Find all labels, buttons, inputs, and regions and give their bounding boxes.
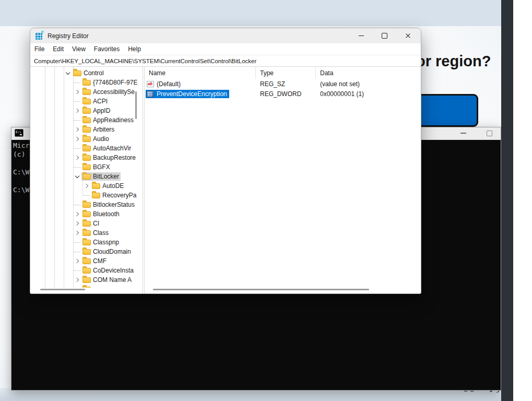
menu-item[interactable]: File xyxy=(30,45,49,53)
menu-item[interactable]: Help xyxy=(124,45,145,53)
tree-item[interactable]: Bluetooth xyxy=(30,209,143,219)
tree-item[interactable]: CMF xyxy=(30,256,143,266)
chevron-icon[interactable] xyxy=(74,256,81,266)
menu-item[interactable]: Favorites xyxy=(90,45,124,53)
maximize-button[interactable] xyxy=(373,28,396,43)
menu-bar: File Edit View Favorites Help xyxy=(30,43,421,55)
registry-tree-pane[interactable]: Control {7746D80F-97E xyxy=(30,67,143,293)
tree-vertical-scrollbar-thumb[interactable] xyxy=(135,91,137,119)
chevron-icon[interactable] xyxy=(74,162,81,172)
folder-icon xyxy=(82,287,91,288)
chevron-icon[interactable] xyxy=(74,87,81,97)
chevron-icon[interactable] xyxy=(74,144,81,153)
tree-item[interactable]: Control xyxy=(30,68,143,78)
chevron-icon[interactable] xyxy=(65,68,72,78)
chevron-icon[interactable] xyxy=(74,228,81,238)
minimize-icon xyxy=(460,133,466,134)
folder-icon xyxy=(82,221,91,227)
chevron-icon[interactable] xyxy=(74,209,81,219)
tree-item-label: CoDeviceInsta xyxy=(93,267,134,274)
tree-item[interactable]: COM Name A xyxy=(30,275,143,285)
folder-icon xyxy=(82,108,91,114)
tree-horizontal-scrollbar-thumb[interactable] xyxy=(40,289,85,290)
tree-item[interactable]: {7746D80F-97E xyxy=(30,78,143,87)
cmd-minimize-button[interactable] xyxy=(451,127,475,139)
tree-item-label: Classpnp xyxy=(93,239,119,246)
screen-edge-dark-band xyxy=(501,0,513,401)
tree-item[interactable]: RecoveryPa xyxy=(30,191,143,200)
chevron-icon[interactable] xyxy=(74,78,81,87)
tree-item[interactable]: CoDeviceInsta xyxy=(30,266,143,275)
column-header-data[interactable]: Data xyxy=(316,67,421,79)
registry-values-pane[interactable]: Name Type Data (Default) REG_SZ (value xyxy=(145,67,421,293)
registry-value-row[interactable]: PreventDeviceEncryption REG_DWORD 0x0000… xyxy=(145,89,421,99)
tree-item[interactable]: AppID xyxy=(30,106,143,115)
close-button[interactable] xyxy=(396,28,420,43)
folder-icon xyxy=(82,230,91,236)
tree-item[interactable]: BackupRestore xyxy=(30,153,143,162)
chevron-icon[interactable] xyxy=(74,153,81,162)
folder-icon xyxy=(82,164,91,170)
chevron-icon[interactable] xyxy=(74,275,81,285)
tree-item[interactable] xyxy=(30,285,143,288)
value-name: (Default) xyxy=(157,80,181,88)
value-type-icon xyxy=(147,91,154,97)
address-bar[interactable]: Computer\HKEY_LOCAL_MACHINE\SYSTEM\Curre… xyxy=(30,55,421,67)
list-horizontal-scrollbar-thumb[interactable] xyxy=(153,289,369,290)
tree-item[interactable]: AccessibilitySe xyxy=(30,87,143,97)
tree-item[interactable]: BitlockerStatus xyxy=(30,200,143,209)
chevron-icon[interactable] xyxy=(74,285,81,288)
column-header-type[interactable]: Type xyxy=(256,67,316,79)
tree-item[interactable]: AutoDE xyxy=(30,181,143,191)
regedit-titlebar[interactable]: Registry Editor xyxy=(30,28,421,43)
tree-item[interactable]: CI xyxy=(30,219,143,228)
tree-item-label: {7746D80F-97E xyxy=(93,79,137,86)
chevron-icon[interactable] xyxy=(74,125,81,134)
registry-editor-window: Registry Editor File Edit View Favorites… xyxy=(30,28,421,294)
tree-item-label: Control xyxy=(84,69,104,77)
regedit-body: Control {7746D80F-97E xyxy=(30,67,421,293)
oobe-selected-region-item[interactable] xyxy=(412,94,478,127)
pane-splitter[interactable] xyxy=(143,67,143,293)
tree-item[interactable]: Arbiters xyxy=(30,125,143,134)
cmd-maximize-button[interactable] xyxy=(477,127,501,139)
chevron-icon[interactable] xyxy=(74,97,81,106)
chevron-icon[interactable] xyxy=(74,266,81,275)
tree-item[interactable]: Audio xyxy=(30,134,143,144)
tree-item[interactable]: CloudDomain xyxy=(30,247,143,256)
menu-item[interactable]: Edit xyxy=(49,45,68,53)
folder-icon xyxy=(82,80,91,86)
folder-icon xyxy=(82,249,91,255)
chevron-icon[interactable] xyxy=(74,247,81,256)
tree-item[interactable]: Classpnp xyxy=(30,238,143,247)
chevron-icon[interactable] xyxy=(74,200,81,209)
tree-item[interactable]: BitLocker xyxy=(30,172,143,181)
tree-item[interactable]: ACPI xyxy=(30,97,143,106)
tree-item-label: Audio xyxy=(93,135,109,143)
chevron-icon[interactable] xyxy=(84,191,91,200)
menu-item[interactable]: View xyxy=(68,45,90,53)
chevron-icon[interactable] xyxy=(74,219,81,228)
tree-item[interactable]: AutoAttachVir xyxy=(30,144,143,153)
registry-value-row[interactable]: (Default) REG_SZ (value not set) xyxy=(145,79,421,89)
folder-icon xyxy=(82,89,91,95)
folder-icon xyxy=(82,155,91,161)
chevron-icon[interactable] xyxy=(84,181,91,191)
oobe-top-strip xyxy=(0,0,501,26)
chevron-icon[interactable] xyxy=(74,115,81,125)
tree-item-label: CMF xyxy=(93,257,107,265)
tree-item[interactable]: BGFX xyxy=(30,162,143,172)
minimize-button[interactable] xyxy=(349,28,373,43)
chevron-icon[interactable] xyxy=(74,238,81,247)
chevron-icon[interactable] xyxy=(74,134,81,144)
chevron-icon[interactable] xyxy=(74,172,81,181)
value-type-icon xyxy=(147,81,154,87)
tree-item-label: AppReadiness xyxy=(93,116,134,124)
folder-icon xyxy=(92,183,100,189)
column-header-name[interactable]: Name xyxy=(145,67,256,79)
chevron-icon[interactable] xyxy=(74,106,81,115)
folder-icon xyxy=(82,240,91,245)
value-data: (value not set) xyxy=(316,80,421,88)
tree-item[interactable]: AppReadiness xyxy=(30,115,143,125)
tree-item[interactable]: Class xyxy=(30,228,143,238)
